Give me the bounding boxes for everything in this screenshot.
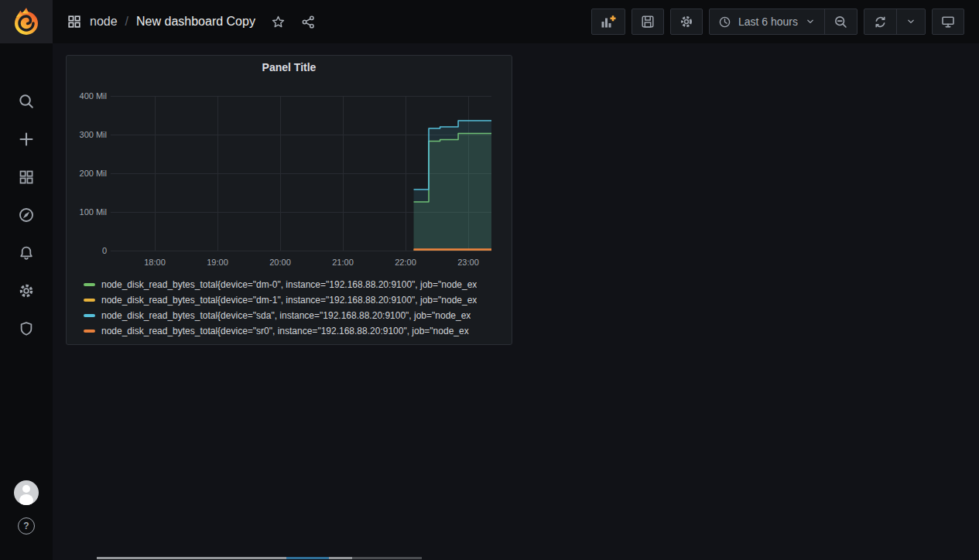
bar-chart-plus-icon: [600, 14, 617, 29]
gear-icon: [679, 14, 694, 29]
monitor-icon: [940, 14, 956, 29]
refresh-icon: [873, 15, 888, 29]
legend-series-label: node_disk_read_bytes_total{device="sr0",…: [101, 326, 469, 336]
legend-item[interactable]: node_disk_read_bytes_total{device="dm-1"…: [84, 292, 510, 308]
dashboard-header: node / New dashboard Copy: [53, 0, 979, 43]
legend-series-label: node_disk_read_bytes_total{device="sda",…: [101, 310, 471, 321]
chart-area: node_disk_read_bytes_total{device="dm-0"…: [67, 56, 512, 344]
shield-icon: [18, 320, 35, 337]
legend-series-label: node_disk_read_bytes_total{device="dm-1"…: [101, 295, 477, 306]
content-column: node / New dashboard Copy: [53, 0, 979, 560]
y-axis-tick-label: 0: [67, 245, 107, 256]
sidebar-item-dashboards[interactable]: [18, 169, 35, 186]
sidebar-item-server-admin[interactable]: [18, 320, 35, 337]
sidebar: ?: [0, 0, 53, 560]
dashboard-settings-button[interactable]: [670, 9, 703, 35]
x-axis-tick-label: 22:00: [387, 258, 424, 267]
plot-svg[interactable]: [111, 96, 491, 251]
compass-icon: [18, 207, 35, 224]
bell-icon: [18, 244, 35, 261]
refresh-interval-dropdown[interactable]: [896, 9, 925, 34]
bottom-edge-artifact: [97, 557, 422, 559]
share-icon: [301, 15, 316, 29]
dashboard-toolbar: Last 6 hours: [591, 9, 964, 35]
time-picker-group: Last 6 hours: [709, 9, 857, 35]
sidebar-item-create[interactable]: [18, 131, 35, 148]
bottom-edge-artifact-dark: [352, 557, 422, 559]
add-panel-button[interactable]: [591, 9, 625, 35]
sidebar-item-search[interactable]: [18, 93, 35, 110]
legend-item[interactable]: node_disk_read_bytes_total{device="sr0",…: [84, 323, 510, 339]
dashboard-canvas: Panel Title node_disk_read_bytes_total{d…: [53, 43, 979, 560]
time-range-label: Last 6 hours: [738, 15, 798, 28]
cycle-view-mode-button[interactable]: [932, 9, 964, 35]
share-button[interactable]: [301, 15, 316, 29]
refresh-button[interactable]: [864, 9, 896, 34]
favorite-button[interactable]: [271, 15, 286, 29]
x-axis-tick-label: 20:00: [262, 258, 299, 267]
save-dashboard-button[interactable]: [632, 9, 664, 35]
breadcrumb-separator: /: [125, 15, 128, 29]
apps-grid-icon: [67, 14, 82, 29]
legend-series-label: node_disk_read_bytes_total{device="dm-0"…: [101, 279, 477, 290]
chevron-down-icon: [905, 16, 916, 27]
chevron-down-icon: [805, 16, 816, 27]
help-icon[interactable]: ?: [18, 517, 35, 534]
save-icon: [640, 14, 656, 29]
legend-item[interactable]: node_disk_read_bytes_total{device="dm-0"…: [84, 277, 510, 292]
plus-icon: [18, 131, 35, 148]
x-axis-tick-label: 19:00: [199, 258, 236, 267]
y-axis-tick-label: 100 Mil: [67, 207, 107, 217]
clock-icon: [718, 15, 731, 29]
x-axis-tick-label: 21:00: [324, 258, 361, 267]
help-glyph: ?: [23, 521, 29, 531]
x-axis-tick-label: 23:00: [450, 258, 487, 267]
apps-grid-icon: [18, 169, 35, 186]
legend-series-swatch: [84, 299, 95, 302]
legend: node_disk_read_bytes_total{device="dm-0"…: [84, 277, 510, 339]
sidebar-bottom: ?: [14, 480, 39, 534]
gear-icon: [18, 282, 35, 299]
zoom-out-button[interactable]: [824, 9, 857, 34]
grafana-app: ? node / New dashboard Copy: [0, 0, 979, 560]
bottom-edge-artifact-blue: [286, 557, 329, 559]
sidebar-menu: [18, 93, 35, 337]
y-axis-tick-label: 300 Mil: [67, 129, 107, 140]
y-axis-tick-label: 200 Mil: [67, 168, 107, 179]
x-axis-tick-label: 18:00: [136, 258, 173, 267]
legend-series-swatch: [84, 330, 95, 333]
sidebar-item-explore[interactable]: [18, 207, 35, 224]
grafana-flame-icon: [11, 6, 42, 37]
grafana-logo[interactable]: [0, 0, 53, 43]
sidebar-item-configuration[interactable]: [18, 282, 35, 299]
sidebar-item-alerting[interactable]: [18, 244, 35, 261]
refresh-group: [864, 9, 926, 35]
y-axis-tick-label: 400 Mil: [67, 90, 107, 101]
dashboard-title: New dashboard Copy: [136, 15, 255, 29]
time-range-picker[interactable]: Last 6 hours: [710, 9, 824, 34]
legend-series-swatch: [84, 314, 95, 317]
legend-series-swatch: [84, 283, 95, 286]
breadcrumb-folder[interactable]: node: [90, 15, 118, 29]
star-icon: [271, 15, 286, 29]
search-icon: [18, 93, 35, 110]
user-avatar[interactable]: [14, 480, 39, 505]
legend-item[interactable]: node_disk_read_bytes_total{device="sda",…: [84, 308, 510, 323]
timeseries-panel: Panel Title node_disk_read_bytes_total{d…: [66, 55, 512, 345]
breadcrumb: node / New dashboard Copy: [67, 14, 316, 29]
zoom-out-icon: [834, 15, 848, 29]
